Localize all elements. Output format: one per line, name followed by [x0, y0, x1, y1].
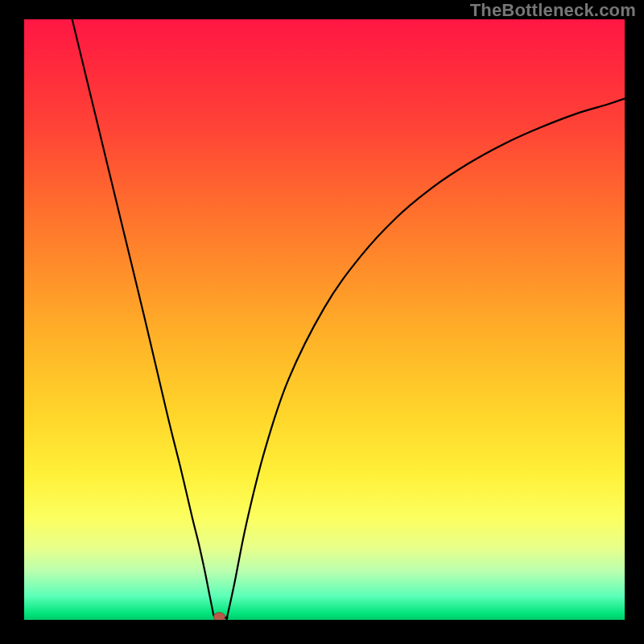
plot-area — [24, 19, 625, 620]
chart-frame: TheBottleneck.com — [0, 0, 644, 644]
bottleneck-curve — [72, 19, 625, 619]
minimum-marker — [213, 613, 225, 620]
watermark-text: TheBottleneck.com — [470, 0, 636, 21]
curve-svg — [24, 19, 625, 620]
